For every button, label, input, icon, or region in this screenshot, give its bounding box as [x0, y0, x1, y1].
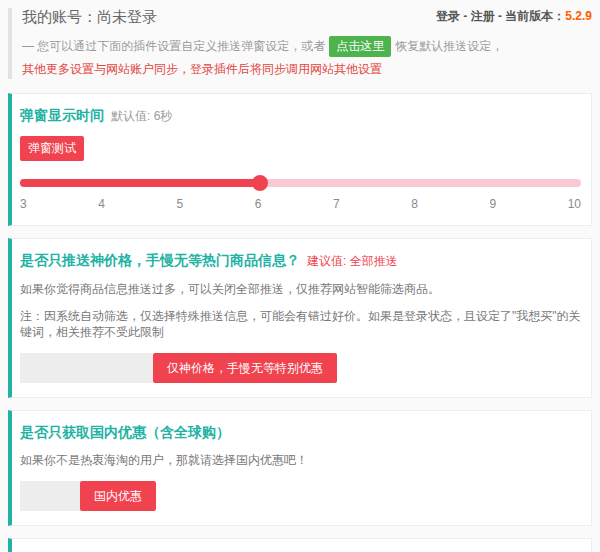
exclude-categories-card: 排除我不想接收推送的商品分类 将不想监测的分类选中，此类商品价格变动将不会提醒（… — [8, 538, 592, 552]
domestic-deals-toggle: 国内优惠 — [20, 481, 581, 511]
push-filter-toggle-button[interactable]: 仅神价格，手慢无等特别优惠 — [153, 353, 337, 383]
popup-time-default-value: 默认值: 6秒 — [111, 109, 172, 123]
domestic-toggle-button[interactable]: 国内优惠 — [80, 481, 156, 511]
tick-label: 5 — [176, 197, 183, 211]
slider-thumb[interactable] — [252, 175, 268, 191]
push-filter-toggle-off-segment[interactable] — [20, 353, 153, 383]
push-filter-toggle: 仅神价格，手慢无等特别优惠 — [20, 353, 581, 383]
separator: - — [495, 9, 506, 23]
notice-suffix: 恢复默认推送设定， — [395, 39, 503, 53]
popup-time-slider[interactable] — [20, 175, 581, 191]
popup-test-button[interactable]: 弹窗测试 — [20, 136, 84, 161]
account-links: 登录 - 注册 - 当前版本：5.2.9 — [436, 8, 592, 25]
push-filter-card: 是否只推送神价格，手慢无等热门商品信息？建议值: 全部推送 如果你觉得商品信息推… — [8, 238, 592, 398]
tick-label: 6 — [255, 197, 262, 211]
tick-label: 8 — [411, 197, 418, 211]
register-link[interactable]: 注册 — [471, 9, 495, 23]
domestic-deals-card: 是否只获取国内优惠（含全球购） 如果你不是热衷海淘的用户，那就请选择国内优惠吧！… — [8, 410, 592, 526]
reset-defaults-button[interactable]: 点击这里 — [329, 36, 391, 57]
tick-label: 3 — [20, 197, 27, 211]
tick-label: 4 — [98, 197, 105, 211]
slider-tick-labels: 3 4 5 6 7 8 9 10 — [20, 197, 581, 211]
account-status-title: 我的账号：尚未登录 — [22, 8, 157, 27]
push-filter-title: 是否只推送神价格，手慢无等热门商品信息？ — [20, 252, 300, 268]
push-filter-suggested-value: 建议值: 全部推送 — [307, 254, 398, 268]
version-number: 5.2.9 — [565, 9, 592, 23]
push-filter-desc: 如果你觉得商品信息推送过多，可以关闭全部推送，仅推荐网站智能筛选商品。 — [20, 281, 581, 297]
tick-label: 10 — [568, 197, 581, 211]
domestic-toggle-off-segment[interactable] — [20, 481, 80, 511]
tick-label: 7 — [333, 197, 340, 211]
popup-time-title: 弹窗显示时间 — [20, 107, 104, 123]
notice-line: — 您可以通过下面的插件设置自定义推送弹窗设定，或者点击这里恢复默认推送设定， — [22, 36, 592, 57]
push-filter-note: 注：因系统自动筛选，仅选择特殊推送信息，可能会有错过好价。如果是登录状态，且设定… — [20, 308, 581, 340]
separator: - — [460, 9, 471, 23]
version-label: 当前版本： — [505, 9, 565, 23]
notice-prefix: — 您可以通过下面的插件设置自定义推送弹窗设定，或者 — [22, 39, 325, 53]
slider-fill — [20, 179, 260, 187]
popup-time-card: 弹窗显示时间默认值: 6秒 弹窗测试 3 4 5 6 7 8 9 10 — [8, 93, 592, 226]
sync-notice-text: 其他更多设置与网站账户同步，登录插件后将同步调用网站其他设置 — [22, 59, 592, 79]
domestic-deals-desc: 如果你不是热衷海淘的用户，那就请选择国内优惠吧！ — [20, 452, 581, 468]
header: 我的账号：尚未登录 登录 - 注册 - 当前版本：5.2.9 — 您可以通过下面… — [8, 8, 592, 79]
login-link[interactable]: 登录 — [436, 9, 460, 23]
tick-label: 9 — [489, 197, 496, 211]
domestic-deals-title: 是否只获取国内优惠（含全球购） — [20, 424, 230, 440]
header-blockquote: 我的账号：尚未登录 登录 - 注册 - 当前版本：5.2.9 — 您可以通过下面… — [8, 8, 592, 79]
